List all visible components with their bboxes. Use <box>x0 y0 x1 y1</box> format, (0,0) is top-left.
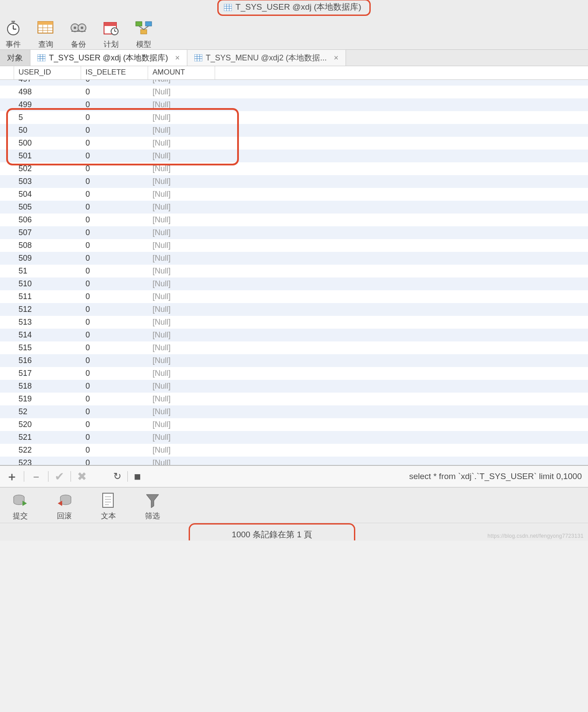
cell-amount[interactable]: [Null] <box>148 228 215 237</box>
table-row[interactable]: 4980[Null] <box>0 86 588 98</box>
table-row[interactable]: 5140[Null] <box>0 329 588 341</box>
cell-is-delete[interactable]: 0 <box>81 113 148 122</box>
cell-amount[interactable]: [Null] <box>148 254 215 263</box>
cell-amount[interactable]: [Null] <box>148 292 215 301</box>
apply-button[interactable]: ✔ <box>55 470 64 483</box>
cell-amount[interactable]: [Null] <box>148 177 215 186</box>
cell-user-id[interactable]: 505 <box>14 202 81 212</box>
cell-user-id[interactable]: 52 <box>14 407 81 416</box>
delete-row-button[interactable]: － <box>30 469 42 484</box>
cell-is-delete[interactable]: 0 <box>81 100 148 109</box>
cell-user-id[interactable]: 5 <box>14 113 81 122</box>
cell-user-id[interactable]: 523 <box>14 458 81 465</box>
cell-is-delete[interactable]: 0 <box>81 279 148 289</box>
cell-is-delete[interactable]: 0 <box>81 80 148 84</box>
cell-user-id[interactable]: 509 <box>14 254 81 263</box>
table-row[interactable]: 5120[Null] <box>0 303 588 316</box>
add-row-button[interactable]: ＋ <box>6 469 18 484</box>
table-row[interactable]: 510[Null] <box>0 265 588 277</box>
cell-amount[interactable]: [Null] <box>148 407 215 416</box>
cell-amount[interactable]: [Null] <box>148 241 215 250</box>
cell-amount[interactable]: [Null] <box>148 343 215 352</box>
table-row[interactable]: 5190[Null] <box>0 393 588 405</box>
cell-user-id[interactable]: 515 <box>14 343 81 352</box>
cell-is-delete[interactable]: 0 <box>81 407 148 416</box>
table-row[interactable]: 5220[Null] <box>0 444 588 457</box>
toolbar-backup-button[interactable]: 备份 <box>65 18 92 49</box>
cell-amount[interactable]: [Null] <box>148 113 215 122</box>
cell-user-id[interactable]: 507 <box>14 228 81 237</box>
table-row[interactable]: 5230[Null] <box>0 457 588 465</box>
cell-is-delete[interactable]: 0 <box>81 139 148 148</box>
close-icon[interactable]: × <box>171 53 180 63</box>
table-row[interactable]: 5040[Null] <box>0 188 588 201</box>
column-header-amount[interactable]: AMOUNT <box>148 66 215 79</box>
rollback-button[interactable]: 回滚 <box>51 492 78 521</box>
cell-amount[interactable]: [Null] <box>148 369 215 378</box>
cell-is-delete[interactable]: 0 <box>81 87 148 97</box>
stop-button[interactable]: ■ <box>134 470 141 483</box>
cell-is-delete[interactable]: 0 <box>81 228 148 237</box>
table-row[interactable]: 5170[Null] <box>0 367 588 380</box>
cell-user-id[interactable]: 511 <box>14 292 81 301</box>
cell-is-delete[interactable]: 0 <box>81 305 148 314</box>
table-row[interactable]: 5080[Null] <box>0 239 588 252</box>
cell-is-delete[interactable]: 0 <box>81 292 148 301</box>
table-row[interactable]: 5000[Null] <box>0 137 588 150</box>
cell-amount[interactable]: [Null] <box>148 356 215 365</box>
cell-user-id[interactable]: 499 <box>14 100 81 109</box>
cell-amount[interactable]: [Null] <box>148 215 215 225</box>
cell-is-delete[interactable]: 0 <box>81 202 148 212</box>
toolbar-model-button[interactable]: 模型 <box>130 18 157 49</box>
cell-user-id[interactable]: 518 <box>14 382 81 391</box>
table-row[interactable]: 4970[Null] <box>0 80 588 86</box>
commit-button[interactable]: 提交 <box>7 492 33 521</box>
text-button[interactable]: 文本 <box>95 492 122 521</box>
cell-amount[interactable]: [Null] <box>148 202 215 212</box>
cell-amount[interactable]: [Null] <box>148 305 215 314</box>
cell-amount[interactable]: [Null] <box>148 446 215 455</box>
cell-user-id[interactable]: 510 <box>14 279 81 289</box>
cell-user-id[interactable]: 506 <box>14 215 81 225</box>
table-row[interactable]: 5110[Null] <box>0 290 588 303</box>
cell-amount[interactable]: [Null] <box>148 433 215 442</box>
cell-is-delete[interactable]: 0 <box>81 356 148 365</box>
cell-is-delete[interactable]: 0 <box>81 318 148 327</box>
cell-is-delete[interactable]: 0 <box>81 215 148 225</box>
cell-user-id[interactable]: 501 <box>14 151 81 161</box>
cell-amount[interactable]: [Null] <box>148 139 215 148</box>
grid-body[interactable]: 4970[Null]4980[Null]4990[Null]50[Null]50… <box>0 80 588 465</box>
cell-amount[interactable]: [Null] <box>148 266 215 276</box>
cell-is-delete[interactable]: 0 <box>81 394 148 404</box>
table-row[interactable]: 5160[Null] <box>0 354 588 367</box>
cell-user-id[interactable]: 508 <box>14 241 81 250</box>
cell-amount[interactable]: [Null] <box>148 126 215 135</box>
cell-user-id[interactable]: 498 <box>14 87 81 97</box>
cell-user-id[interactable]: 516 <box>14 356 81 365</box>
cell-user-id[interactable]: 514 <box>14 330 81 340</box>
cell-amount[interactable]: [Null] <box>148 458 215 465</box>
cell-amount[interactable]: [Null] <box>148 420 215 429</box>
table-row[interactable]: 500[Null] <box>0 124 588 137</box>
cell-user-id[interactable]: 500 <box>14 139 81 148</box>
cell-user-id[interactable]: 50 <box>14 126 81 135</box>
table-row[interactable]: 5050[Null] <box>0 201 588 214</box>
cell-user-id[interactable]: 520 <box>14 420 81 429</box>
table-row[interactable]: 5210[Null] <box>0 431 588 444</box>
table-row[interactable]: 5200[Null] <box>0 418 588 431</box>
toolbar-query-button[interactable]: 查询 <box>33 18 59 49</box>
cell-user-id[interactable]: 517 <box>14 369 81 378</box>
table-row[interactable]: 5090[Null] <box>0 252 588 265</box>
cell-is-delete[interactable]: 0 <box>81 343 148 352</box>
cell-is-delete[interactable]: 0 <box>81 382 148 391</box>
refresh-button[interactable]: ↻ <box>113 471 121 482</box>
table-row[interactable]: 5010[Null] <box>0 150 588 162</box>
cell-is-delete[interactable]: 0 <box>81 241 148 250</box>
cell-amount[interactable]: [Null] <box>148 80 215 84</box>
table-row[interactable]: 5020[Null] <box>0 162 588 175</box>
cell-user-id[interactable]: 522 <box>14 446 81 455</box>
cell-is-delete[interactable]: 0 <box>81 446 148 455</box>
cell-amount[interactable]: [Null] <box>148 151 215 161</box>
toolbar-schedule-button[interactable]: 计划 <box>98 18 124 49</box>
cell-user-id[interactable]: 519 <box>14 394 81 404</box>
